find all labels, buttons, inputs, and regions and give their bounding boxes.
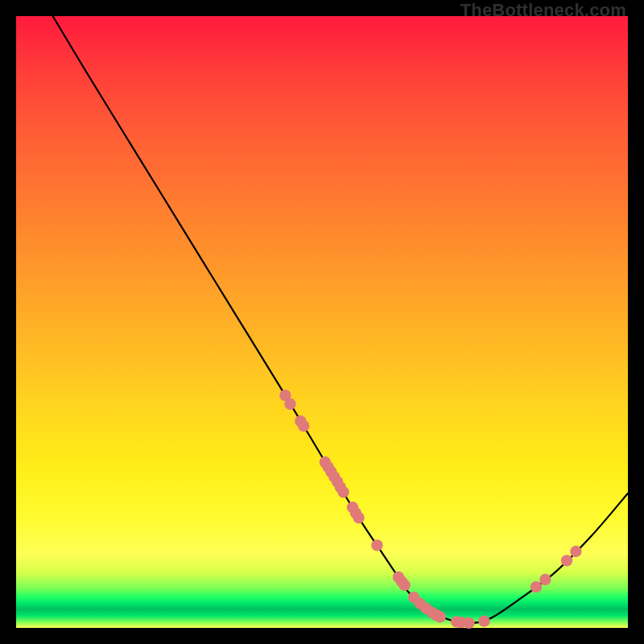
data-point: [371, 539, 382, 551]
data-point: [434, 611, 445, 622]
data-point: [570, 546, 581, 557]
data-point: [298, 420, 309, 431]
data-point: [337, 486, 349, 497]
data-point: [539, 574, 551, 585]
data-point: [463, 617, 474, 629]
data-point: [284, 398, 295, 410]
data-point: [561, 555, 572, 566]
chart-svg: [16, 16, 628, 628]
data-point: [530, 581, 542, 592]
data-points: [279, 390, 581, 629]
data-point: [398, 580, 410, 591]
chart-frame: [16, 16, 628, 628]
data-point: [353, 512, 364, 523]
bottleneck-curve: [53, 16, 628, 623]
data-point: [478, 615, 489, 626]
